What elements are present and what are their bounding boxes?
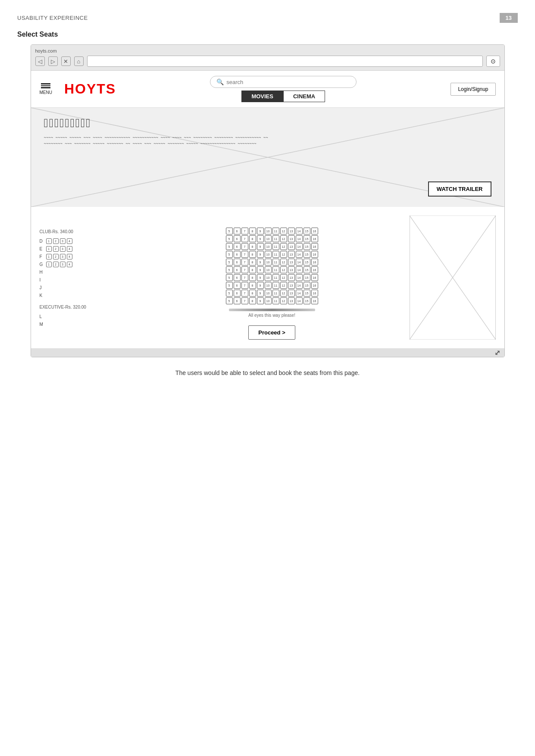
seat-h-6[interactable]: 6	[234, 259, 241, 266]
seat-g-12[interactable]: 12	[280, 251, 287, 258]
search-input[interactable]	[226, 79, 350, 85]
seat-d2[interactable]: 2	[53, 238, 59, 244]
seat-g-14[interactable]: 14	[296, 251, 303, 258]
seat-i-9[interactable]: 9	[257, 266, 264, 273]
seat-g1[interactable]: 1	[46, 262, 52, 267]
seat-e-5[interactable]: 5	[226, 235, 233, 242]
seat-e-14[interactable]: 14	[296, 235, 303, 242]
seat-d3[interactable]: 3	[60, 238, 66, 244]
seat-k-11[interactable]: 11	[272, 282, 279, 289]
seat-k-15[interactable]: 15	[303, 282, 310, 289]
seat-d-9[interactable]: 9	[257, 228, 264, 234]
seat-j-7[interactable]: 7	[241, 274, 248, 281]
seat-j-10[interactable]: 10	[265, 274, 272, 281]
seat-f-16[interactable]: 16	[311, 243, 318, 250]
seat-g-11[interactable]: 11	[272, 251, 279, 258]
seat-h-15[interactable]: 15	[303, 259, 310, 266]
back-button[interactable]: ◁	[35, 56, 45, 66]
seat-m-5[interactable]: 5	[226, 297, 233, 304]
seat-j-13[interactable]: 13	[288, 274, 295, 281]
seat-g-13[interactable]: 13	[288, 251, 295, 258]
menu-icon[interactable]: MENU	[40, 83, 52, 95]
seat-j-11[interactable]: 11	[272, 274, 279, 281]
seat-e-13[interactable]: 13	[288, 235, 295, 242]
address-bar[interactable]	[87, 56, 483, 67]
seat-e-11[interactable]: 11	[272, 235, 279, 242]
seat-f-5[interactable]: 5	[226, 243, 233, 250]
seat-g3[interactable]: 3	[60, 262, 66, 267]
seat-f-7[interactable]: 7	[241, 243, 248, 250]
seat-k-16[interactable]: 16	[311, 282, 318, 289]
seat-e-10[interactable]: 10	[265, 235, 272, 242]
seat-m-11[interactable]: 11	[272, 297, 279, 304]
seat-f-6[interactable]: 6	[234, 243, 241, 250]
seat-e-12[interactable]: 12	[280, 235, 287, 242]
seat-g4[interactable]: 4	[67, 262, 72, 267]
seat-g-16[interactable]: 16	[311, 251, 318, 258]
seat-k-14[interactable]: 14	[296, 282, 303, 289]
seat-j-14[interactable]: 14	[296, 274, 303, 281]
seat-k-10[interactable]: 10	[265, 282, 272, 289]
seat-l-6[interactable]: 6	[234, 290, 241, 297]
seat-g-9[interactable]: 9	[257, 251, 264, 258]
seat-i-15[interactable]: 15	[303, 266, 310, 273]
seat-m-6[interactable]: 6	[234, 297, 241, 304]
seat-i-14[interactable]: 14	[296, 266, 303, 273]
seat-i-16[interactable]: 16	[311, 266, 318, 273]
seat-m-14[interactable]: 14	[296, 297, 303, 304]
proceed-button[interactable]: Proceed >	[248, 325, 295, 340]
seat-i-8[interactable]: 8	[249, 266, 256, 273]
seat-e-9[interactable]: 9	[257, 235, 264, 242]
seat-m-10[interactable]: 10	[265, 297, 272, 304]
seat-e2[interactable]: 2	[53, 246, 59, 252]
seat-i-13[interactable]: 13	[288, 266, 295, 273]
seat-f-14[interactable]: 14	[296, 243, 303, 250]
seat-k-9[interactable]: 9	[257, 282, 264, 289]
seat-d-13[interactable]: 13	[288, 228, 295, 234]
seat-m-13[interactable]: 13	[288, 297, 295, 304]
seat-f-8[interactable]: 8	[249, 243, 256, 250]
seat-i-12[interactable]: 12	[280, 266, 287, 273]
seat-d4[interactable]: 4	[67, 238, 72, 244]
seat-h-12[interactable]: 12	[280, 259, 287, 266]
seat-f-13[interactable]: 13	[288, 243, 295, 250]
close-button[interactable]: ✕	[61, 56, 71, 66]
seat-h-10[interactable]: 10	[265, 259, 272, 266]
seat-k-5[interactable]: 5	[226, 282, 233, 289]
seat-k-8[interactable]: 8	[249, 282, 256, 289]
seat-i-6[interactable]: 6	[234, 266, 241, 273]
seat-f4[interactable]: 4	[67, 254, 72, 259]
forward-button[interactable]: ▷	[48, 56, 58, 66]
seat-i-10[interactable]: 10	[265, 266, 272, 273]
seat-f2[interactable]: 2	[53, 254, 59, 259]
seat-e-15[interactable]: 15	[303, 235, 310, 242]
tab-movies[interactable]: MOVIES	[241, 91, 283, 102]
seat-h-5[interactable]: 5	[226, 259, 233, 266]
seat-l-16[interactable]: 16	[311, 290, 318, 297]
seat-e-16[interactable]: 16	[311, 235, 318, 242]
seat-d-7[interactable]: 7	[241, 228, 248, 234]
seat-f-11[interactable]: 11	[272, 243, 279, 250]
seat-h-11[interactable]: 11	[272, 259, 279, 266]
seat-m-7[interactable]: 7	[241, 297, 248, 304]
seat-g-6[interactable]: 6	[234, 251, 241, 258]
seat-d-11[interactable]: 11	[272, 228, 279, 234]
seat-f-15[interactable]: 15	[303, 243, 310, 250]
seat-d-14[interactable]: 14	[296, 228, 303, 234]
seat-g2[interactable]: 2	[53, 262, 59, 267]
seat-e1[interactable]: 1	[46, 246, 52, 252]
seat-j-9[interactable]: 9	[257, 274, 264, 281]
seat-e-7[interactable]: 7	[241, 235, 248, 242]
seat-l-5[interactable]: 5	[226, 290, 233, 297]
seat-e4[interactable]: 4	[67, 246, 72, 252]
seat-m-16[interactable]: 16	[311, 297, 318, 304]
seat-i-11[interactable]: 11	[272, 266, 279, 273]
seat-k-13[interactable]: 13	[288, 282, 295, 289]
seat-m-9[interactable]: 9	[257, 297, 264, 304]
seat-f3[interactable]: 3	[60, 254, 66, 259]
tab-cinema[interactable]: CINEMA	[283, 91, 325, 102]
seat-e3[interactable]: 3	[60, 246, 66, 252]
seat-j-5[interactable]: 5	[226, 274, 233, 281]
seat-g-15[interactable]: 15	[303, 251, 310, 258]
seat-e-6[interactable]: 6	[234, 235, 241, 242]
